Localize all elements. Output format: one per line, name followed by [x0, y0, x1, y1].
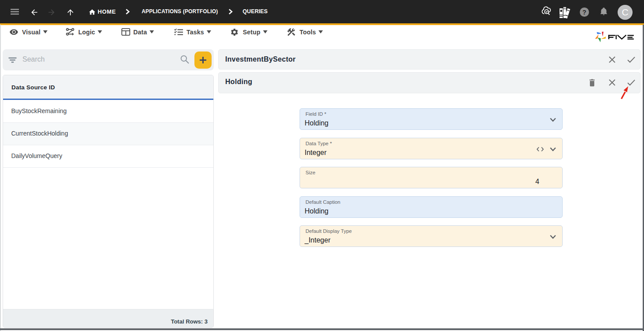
svg-text:?: ? — [582, 9, 586, 16]
